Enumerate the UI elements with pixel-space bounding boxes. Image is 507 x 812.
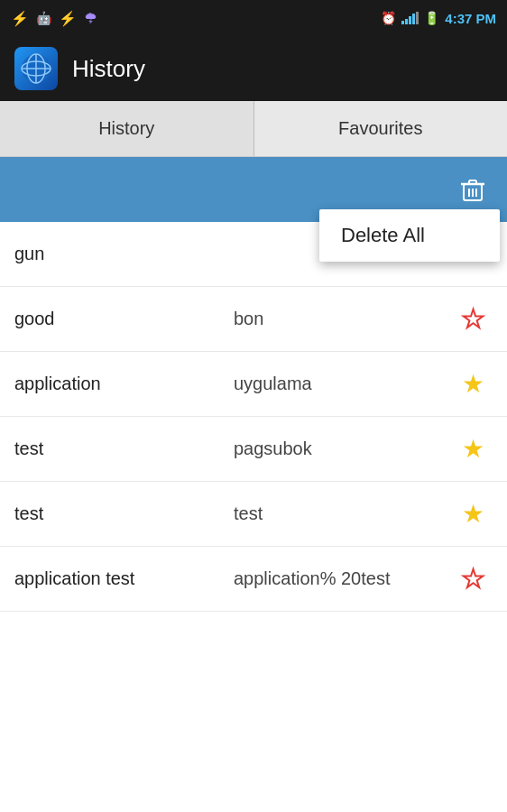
app-icon bbox=[14, 47, 58, 90]
translation-text: test bbox=[234, 503, 453, 524]
status-time: 4:37 PM bbox=[445, 11, 496, 26]
status-bar: ⚡ 🤖 ⚡ 🌩 ⏰ 🔋 4:37 PM bbox=[0, 0, 507, 36]
signal-icon bbox=[401, 12, 419, 24]
battery-icon: 🔋 bbox=[424, 11, 439, 25]
table-row: application test application% 20test ★ bbox=[0, 547, 507, 612]
source-text: gun bbox=[14, 244, 234, 264]
trash-button[interactable] bbox=[453, 170, 493, 209]
tab-bar: History Favourites bbox=[0, 101, 507, 157]
clock-icon: ⏰ bbox=[381, 11, 396, 25]
star-button[interactable]: ★ bbox=[453, 564, 493, 594]
usb-icon-2: ⚡ bbox=[59, 10, 77, 27]
translation-text: bon bbox=[234, 309, 453, 329]
history-list: gun ★ good bon ★ application uygulama ★ … bbox=[0, 222, 507, 612]
delete-all-button[interactable]: Delete All bbox=[319, 209, 500, 262]
status-icons-right: ⏰ 🔋 4:37 PM bbox=[381, 11, 496, 26]
app-bar: History bbox=[0, 36, 507, 101]
weather-icon: 🌩 bbox=[84, 11, 97, 26]
trash-icon bbox=[458, 175, 487, 204]
translation-text: pagsubok bbox=[234, 438, 453, 459]
table-row: application uygulama ★ bbox=[0, 352, 507, 417]
table-row: test test ★ bbox=[0, 482, 507, 547]
dropdown-menu: Delete All bbox=[319, 209, 500, 262]
usb-icon: ⚡ bbox=[11, 10, 29, 27]
star-button[interactable]: ★ bbox=[453, 434, 493, 464]
source-text: application bbox=[14, 374, 234, 394]
status-icons-left: ⚡ 🤖 ⚡ 🌩 bbox=[11, 10, 97, 27]
tab-history[interactable]: History bbox=[0, 101, 254, 156]
tab-favourites[interactable]: Favourites bbox=[254, 101, 508, 156]
source-text: test bbox=[14, 503, 234, 524]
star-button[interactable]: ★ bbox=[453, 499, 493, 529]
translation-text: application% 20test bbox=[234, 568, 453, 589]
star-button[interactable]: ★ bbox=[453, 304, 493, 334]
android-icon: 🤖 bbox=[36, 11, 51, 25]
star-button[interactable]: ★ bbox=[453, 369, 493, 399]
table-row: test pagsubok ★ bbox=[0, 417, 507, 482]
action-bar: Delete All bbox=[0, 157, 507, 222]
source-text: test bbox=[14, 438, 234, 459]
translation-text: uygulama bbox=[234, 374, 453, 394]
source-text: application test bbox=[14, 568, 234, 589]
table-row: good bon ★ bbox=[0, 287, 507, 352]
source-text: good bbox=[14, 309, 234, 329]
app-title: History bbox=[72, 55, 145, 83]
